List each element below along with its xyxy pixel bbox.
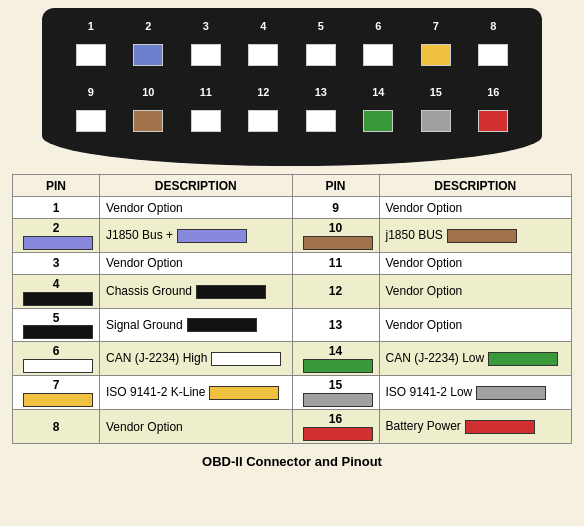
desc1-cell-6: ISO 9141-2 K-Line xyxy=(100,376,293,410)
pin-slot-4: 4 xyxy=(248,20,278,76)
bottom-pin-row: 910111213141516 xyxy=(62,86,522,142)
pin2-cell-7: 16 xyxy=(292,410,379,444)
pin-slot-2: 2 xyxy=(133,20,163,76)
pin2-cell-3: 12 xyxy=(292,274,379,308)
pin-slot-10: 10 xyxy=(133,86,163,142)
desc2-cell-2: Vendor Option xyxy=(379,252,572,274)
pin1-cell-3: 4 xyxy=(13,274,100,308)
pin2-cell-2: 11 xyxy=(292,252,379,274)
pin-box-4 xyxy=(248,44,278,66)
pin-box-6 xyxy=(363,44,393,66)
pin-box-15 xyxy=(421,110,451,132)
connector-diagram: 12345678 910111213141516 xyxy=(12,8,572,166)
pin1-cell-0: 1 xyxy=(13,197,100,219)
table-row-0: 1Vendor Option9Vendor Option xyxy=(13,197,572,219)
pin1-cell-7: 8 xyxy=(13,410,100,444)
pin-box-14 xyxy=(363,110,393,132)
pin-box-8 xyxy=(478,44,508,66)
swatch-pin2-6 xyxy=(303,393,373,407)
pin-box-1 xyxy=(76,44,106,66)
swatch-desc1-4 xyxy=(187,318,257,332)
swatch-desc2-7 xyxy=(465,420,535,434)
swatch-desc1-3 xyxy=(196,285,266,299)
pin1-cell-2: 3 xyxy=(13,252,100,274)
obd-connector: 12345678 910111213141516 xyxy=(42,8,542,166)
desc2-cell-6: ISO 9141-2 Low xyxy=(379,376,572,410)
pin-box-13 xyxy=(306,110,336,132)
pin-box-5 xyxy=(306,44,336,66)
swatch-desc1-6 xyxy=(209,386,279,400)
swatch-desc1-5 xyxy=(211,352,281,366)
pin1-cell-4: 5 xyxy=(13,308,100,342)
pin-slot-7: 7 xyxy=(421,20,451,76)
header-pin1: PIN xyxy=(13,175,100,197)
pin2-cell-6: 15 xyxy=(292,376,379,410)
pin1-cell-6: 7 xyxy=(13,376,100,410)
swatch-left-1 xyxy=(23,236,93,250)
header-desc2: DESCRIPTION xyxy=(379,175,572,197)
swatch-pin2-1 xyxy=(303,236,373,250)
pinout-table: PIN DESCRIPTION PIN DESCRIPTION 1Vendor … xyxy=(12,174,572,444)
desc2-cell-1: j1850 BUS xyxy=(379,219,572,253)
swatch-desc2-1 xyxy=(447,229,517,243)
pin2-cell-4: 13 xyxy=(292,308,379,342)
table-row-3: 4Chassis Ground12Vendor Option xyxy=(13,274,572,308)
desc1-cell-1: J1850 Bus + xyxy=(100,219,293,253)
table-row-6: 7ISO 9141-2 K-Line15ISO 9141-2 Low xyxy=(13,376,572,410)
table-row-1: 2J1850 Bus +10j1850 BUS xyxy=(13,219,572,253)
pin1-cell-1: 2 xyxy=(13,219,100,253)
header-desc1: DESCRIPTION xyxy=(100,175,293,197)
desc1-cell-0: Vendor Option xyxy=(100,197,293,219)
desc1-cell-4: Signal Ground xyxy=(100,308,293,342)
pin-slot-13: 13 xyxy=(306,86,336,142)
desc1-cell-5: CAN (J-2234) High xyxy=(100,342,293,376)
desc2-cell-3: Vendor Option xyxy=(379,274,572,308)
page-title: OBD-II Connector and Pinout xyxy=(202,454,382,469)
pin1-cell-5: 6 xyxy=(13,342,100,376)
pin-slot-15: 15 xyxy=(421,86,451,142)
table-row-7: 8Vendor Option16Battery Power xyxy=(13,410,572,444)
pin-box-9 xyxy=(76,110,106,132)
top-pin-row: 12345678 xyxy=(62,20,522,76)
pin-box-2 xyxy=(133,44,163,66)
pin-box-11 xyxy=(191,110,221,132)
swatch-left-3 xyxy=(23,292,93,306)
table-row-2: 3Vendor Option11Vendor Option xyxy=(13,252,572,274)
pin-slot-12: 12 xyxy=(248,86,278,142)
pin-slot-5: 5 xyxy=(306,20,336,76)
pin-slot-14: 14 xyxy=(363,86,393,142)
pin-box-3 xyxy=(191,44,221,66)
swatch-desc1-1 xyxy=(177,229,247,243)
swatch-left-4 xyxy=(23,325,93,339)
swatch-left-6 xyxy=(23,393,93,407)
desc2-cell-7: Battery Power xyxy=(379,410,572,444)
table-row-4: 5Signal Ground13Vendor Option xyxy=(13,308,572,342)
desc2-cell-5: CAN (J-2234) Low xyxy=(379,342,572,376)
swatch-desc2-5 xyxy=(488,352,558,366)
pin-slot-3: 3 xyxy=(191,20,221,76)
pin-box-7 xyxy=(421,44,451,66)
swatch-left-5 xyxy=(23,359,93,373)
desc1-cell-7: Vendor Option xyxy=(100,410,293,444)
pin-box-12 xyxy=(248,110,278,132)
swatch-desc2-6 xyxy=(476,386,546,400)
desc1-cell-3: Chassis Ground xyxy=(100,274,293,308)
pin-box-16 xyxy=(478,110,508,132)
table-row-5: 6CAN (J-2234) High14CAN (J-2234) Low xyxy=(13,342,572,376)
pin2-cell-0: 9 xyxy=(292,197,379,219)
pin-slot-16: 16 xyxy=(478,86,508,142)
swatch-pin2-7 xyxy=(303,427,373,441)
pin-slot-11: 11 xyxy=(191,86,221,142)
pin2-cell-5: 14 xyxy=(292,342,379,376)
pin2-cell-1: 10 xyxy=(292,219,379,253)
pin-slot-6: 6 xyxy=(363,20,393,76)
header-pin2: PIN xyxy=(292,175,379,197)
pin-slot-9: 9 xyxy=(76,86,106,142)
pin-slot-8: 8 xyxy=(478,20,508,76)
desc2-cell-0: Vendor Option xyxy=(379,197,572,219)
swatch-pin2-5 xyxy=(303,359,373,373)
desc1-cell-2: Vendor Option xyxy=(100,252,293,274)
pin-slot-1: 1 xyxy=(76,20,106,76)
desc2-cell-4: Vendor Option xyxy=(379,308,572,342)
pin-box-10 xyxy=(133,110,163,132)
